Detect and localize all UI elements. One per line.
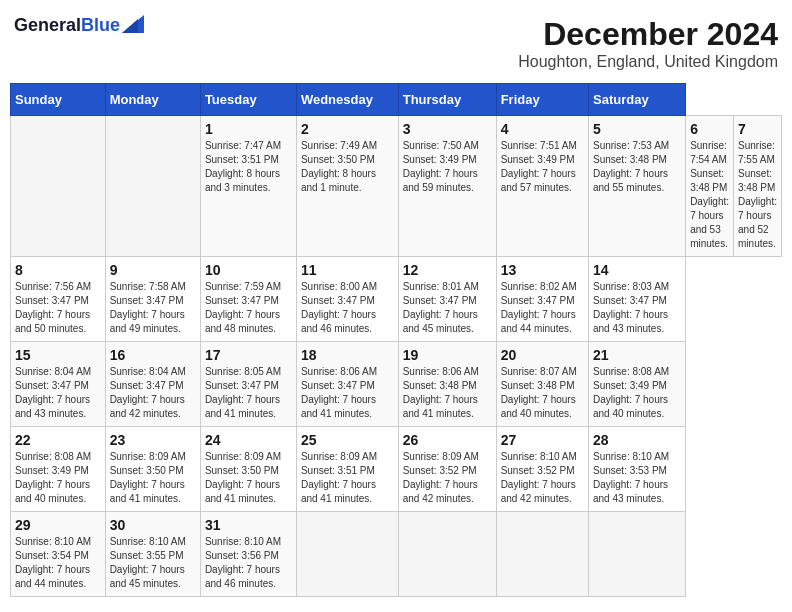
- calendar-cell: 8Sunrise: 7:56 AMSunset: 3:47 PMDaylight…: [11, 257, 106, 342]
- calendar-cell: [589, 512, 686, 597]
- calendar-cell: 10Sunrise: 7:59 AMSunset: 3:47 PMDayligh…: [200, 257, 296, 342]
- day-number: 22: [15, 432, 101, 448]
- day-of-week-header: Wednesday: [296, 84, 398, 116]
- day-info: Sunrise: 8:02 AMSunset: 3:47 PMDaylight:…: [501, 281, 577, 334]
- calendar-cell: 2Sunrise: 7:49 AMSunset: 3:50 PMDaylight…: [296, 116, 398, 257]
- day-info: Sunrise: 8:04 AMSunset: 3:47 PMDaylight:…: [110, 366, 186, 419]
- calendar-cell: [496, 512, 588, 597]
- calendar-cell: 9Sunrise: 7:58 AMSunset: 3:47 PMDaylight…: [105, 257, 200, 342]
- day-info: Sunrise: 8:08 AMSunset: 3:49 PMDaylight:…: [15, 451, 91, 504]
- day-info: Sunrise: 8:10 AMSunset: 3:56 PMDaylight:…: [205, 536, 281, 589]
- day-info: Sunrise: 8:09 AMSunset: 3:50 PMDaylight:…: [205, 451, 281, 504]
- page-header: GeneralBlue December 2024 Houghton, Engl…: [10, 10, 782, 77]
- header-row: SundayMondayTuesdayWednesdayThursdayFrid…: [11, 84, 782, 116]
- day-number: 2: [301, 121, 394, 137]
- day-of-week-header: Sunday: [11, 84, 106, 116]
- calendar-cell: 14Sunrise: 8:03 AMSunset: 3:47 PMDayligh…: [589, 257, 686, 342]
- calendar-cell: 1Sunrise: 7:47 AMSunset: 3:51 PMDaylight…: [200, 116, 296, 257]
- title-section: December 2024 Houghton, England, United …: [518, 16, 778, 71]
- calendar-cell: 21Sunrise: 8:08 AMSunset: 3:49 PMDayligh…: [589, 342, 686, 427]
- day-number: 13: [501, 262, 584, 278]
- calendar-week-row: 8Sunrise: 7:56 AMSunset: 3:47 PMDaylight…: [11, 257, 782, 342]
- day-number: 18: [301, 347, 394, 363]
- day-number: 24: [205, 432, 292, 448]
- day-number: 10: [205, 262, 292, 278]
- calendar-cell: 13Sunrise: 8:02 AMSunset: 3:47 PMDayligh…: [496, 257, 588, 342]
- day-number: 11: [301, 262, 394, 278]
- day-info: Sunrise: 8:10 AMSunset: 3:52 PMDaylight:…: [501, 451, 577, 504]
- day-number: 31: [205, 517, 292, 533]
- day-of-week-header: Monday: [105, 84, 200, 116]
- day-info: Sunrise: 8:09 AMSunset: 3:51 PMDaylight:…: [301, 451, 377, 504]
- subtitle: Houghton, England, United Kingdom: [518, 53, 778, 71]
- day-of-week-header: Friday: [496, 84, 588, 116]
- svg-marker-1: [122, 19, 138, 33]
- day-number: 15: [15, 347, 101, 363]
- calendar-cell: 3Sunrise: 7:50 AMSunset: 3:49 PMDaylight…: [398, 116, 496, 257]
- day-info: Sunrise: 8:10 AMSunset: 3:53 PMDaylight:…: [593, 451, 669, 504]
- calendar-cell: 22Sunrise: 8:08 AMSunset: 3:49 PMDayligh…: [11, 427, 106, 512]
- day-number: 5: [593, 121, 681, 137]
- day-info: Sunrise: 7:55 AMSunset: 3:48 PMDaylight:…: [738, 140, 777, 249]
- day-info: Sunrise: 8:05 AMSunset: 3:47 PMDaylight:…: [205, 366, 281, 419]
- calendar-cell: 12Sunrise: 8:01 AMSunset: 3:47 PMDayligh…: [398, 257, 496, 342]
- day-number: 26: [403, 432, 492, 448]
- calendar-week-row: 1Sunrise: 7:47 AMSunset: 3:51 PMDaylight…: [11, 116, 782, 257]
- calendar-cell: 28Sunrise: 8:10 AMSunset: 3:53 PMDayligh…: [589, 427, 686, 512]
- day-info: Sunrise: 7:59 AMSunset: 3:47 PMDaylight:…: [205, 281, 281, 334]
- day-of-week-header: Saturday: [589, 84, 686, 116]
- day-number: 14: [593, 262, 681, 278]
- calendar-cell: 6Sunrise: 7:54 AMSunset: 3:48 PMDaylight…: [686, 116, 734, 257]
- calendar-week-row: 22Sunrise: 8:08 AMSunset: 3:49 PMDayligh…: [11, 427, 782, 512]
- calendar-cell: 31Sunrise: 8:10 AMSunset: 3:56 PMDayligh…: [200, 512, 296, 597]
- day-of-week-header: Thursday: [398, 84, 496, 116]
- logo-text: GeneralBlue: [14, 16, 120, 36]
- day-info: Sunrise: 7:49 AMSunset: 3:50 PMDaylight:…: [301, 140, 377, 193]
- calendar-cell: 18Sunrise: 8:06 AMSunset: 3:47 PMDayligh…: [296, 342, 398, 427]
- calendar-cell: 26Sunrise: 8:09 AMSunset: 3:52 PMDayligh…: [398, 427, 496, 512]
- empty-cell: [11, 116, 106, 257]
- day-info: Sunrise: 7:56 AMSunset: 3:47 PMDaylight:…: [15, 281, 91, 334]
- calendar-cell: 24Sunrise: 8:09 AMSunset: 3:50 PMDayligh…: [200, 427, 296, 512]
- calendar-cell: 15Sunrise: 8:04 AMSunset: 3:47 PMDayligh…: [11, 342, 106, 427]
- day-info: Sunrise: 7:50 AMSunset: 3:49 PMDaylight:…: [403, 140, 479, 193]
- calendar-cell: 30Sunrise: 8:10 AMSunset: 3:55 PMDayligh…: [105, 512, 200, 597]
- day-info: Sunrise: 8:07 AMSunset: 3:48 PMDaylight:…: [501, 366, 577, 419]
- day-number: 16: [110, 347, 196, 363]
- calendar-cell: [398, 512, 496, 597]
- day-number: 7: [738, 121, 777, 137]
- day-info: Sunrise: 8:01 AMSunset: 3:47 PMDaylight:…: [403, 281, 479, 334]
- calendar-cell: 11Sunrise: 8:00 AMSunset: 3:47 PMDayligh…: [296, 257, 398, 342]
- day-number: 12: [403, 262, 492, 278]
- day-number: 1: [205, 121, 292, 137]
- calendar-cell: [296, 512, 398, 597]
- day-info: Sunrise: 8:06 AMSunset: 3:47 PMDaylight:…: [301, 366, 377, 419]
- day-number: 19: [403, 347, 492, 363]
- day-number: 28: [593, 432, 681, 448]
- day-info: Sunrise: 7:54 AMSunset: 3:48 PMDaylight:…: [690, 140, 729, 249]
- calendar-table: SundayMondayTuesdayWednesdayThursdayFrid…: [10, 83, 782, 597]
- calendar-cell: 17Sunrise: 8:05 AMSunset: 3:47 PMDayligh…: [200, 342, 296, 427]
- calendar-week-row: 15Sunrise: 8:04 AMSunset: 3:47 PMDayligh…: [11, 342, 782, 427]
- day-info: Sunrise: 8:10 AMSunset: 3:55 PMDaylight:…: [110, 536, 186, 589]
- day-number: 3: [403, 121, 492, 137]
- day-info: Sunrise: 8:06 AMSunset: 3:48 PMDaylight:…: [403, 366, 479, 419]
- day-number: 6: [690, 121, 729, 137]
- day-number: 17: [205, 347, 292, 363]
- day-info: Sunrise: 7:53 AMSunset: 3:48 PMDaylight:…: [593, 140, 669, 193]
- day-number: 4: [501, 121, 584, 137]
- day-info: Sunrise: 8:09 AMSunset: 3:50 PMDaylight:…: [110, 451, 186, 504]
- day-number: 30: [110, 517, 196, 533]
- day-number: 21: [593, 347, 681, 363]
- day-number: 29: [15, 517, 101, 533]
- day-number: 20: [501, 347, 584, 363]
- calendar-cell: 20Sunrise: 8:07 AMSunset: 3:48 PMDayligh…: [496, 342, 588, 427]
- day-info: Sunrise: 8:04 AMSunset: 3:47 PMDaylight:…: [15, 366, 91, 419]
- calendar-cell: 25Sunrise: 8:09 AMSunset: 3:51 PMDayligh…: [296, 427, 398, 512]
- logo-icon: [122, 15, 144, 33]
- day-info: Sunrise: 8:09 AMSunset: 3:52 PMDaylight:…: [403, 451, 479, 504]
- calendar-cell: 29Sunrise: 8:10 AMSunset: 3:54 PMDayligh…: [11, 512, 106, 597]
- day-of-week-header: Tuesday: [200, 84, 296, 116]
- calendar-cell: 23Sunrise: 8:09 AMSunset: 3:50 PMDayligh…: [105, 427, 200, 512]
- logo: GeneralBlue: [14, 16, 144, 36]
